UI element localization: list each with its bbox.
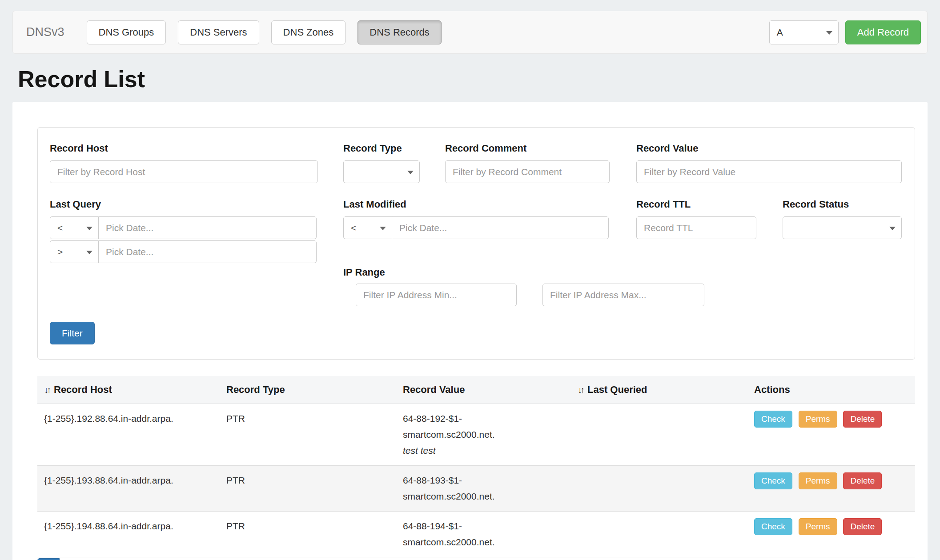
perms-button[interactable]: Perms: [799, 518, 837, 535]
sort-icon[interactable]: ↓↑: [44, 385, 49, 395]
cell-record-type: PTR: [220, 404, 396, 466]
ip-range-label-group: IP Range: [343, 267, 385, 284]
perms-button[interactable]: Perms: [799, 472, 837, 489]
delete-button[interactable]: Delete: [843, 411, 882, 428]
operator-value: >: [57, 247, 63, 257]
last-query-operator-select-greater[interactable]: >: [50, 240, 99, 263]
record-ttl-input[interactable]: [636, 216, 756, 239]
header-record-value: Record Value: [396, 376, 571, 404]
caret-down-icon: [407, 171, 414, 174]
cell-actions: Check Perms Delete: [747, 466, 915, 512]
cell-record-type: PTR: [220, 466, 396, 512]
header-record-value-label: Record Value: [403, 384, 465, 395]
caret-down-icon: [826, 31, 832, 35]
brand: DNSv3: [26, 25, 64, 39]
record-type-select-value: A: [777, 27, 783, 38]
navbar: DNSv3 DNS Groups DNS Servers DNS Zones D…: [12, 11, 928, 54]
caret-down-icon: [86, 251, 92, 254]
last-modified-date-input[interactable]: [392, 216, 609, 239]
check-button[interactable]: Check: [754, 472, 792, 489]
caret-down-icon: [380, 227, 386, 230]
record-host-label: Record Host: [50, 143, 318, 154]
last-modified-operator-select[interactable]: <: [343, 216, 392, 239]
record-host-value: {1-255}.194.88.64.in-addr.arpa.: [44, 521, 173, 531]
filter-group-record-type: Record Type: [343, 143, 420, 183]
page-title: Record List: [18, 66, 928, 92]
perms-button[interactable]: Perms: [799, 411, 837, 428]
record-value-label: Record Value: [636, 143, 902, 154]
record-type-value: PTR: [226, 475, 245, 485]
record-type-label: Record Type: [343, 143, 420, 154]
record-status-select[interactable]: [783, 216, 902, 239]
header-actions: Actions: [747, 376, 915, 404]
cell-record-type: PTR: [220, 512, 396, 557]
nav-dns-groups[interactable]: DNS Groups: [87, 20, 166, 44]
header-actions-label: Actions: [754, 384, 790, 395]
record-type-select[interactable]: A: [769, 20, 839, 44]
table-header-row: ↓↑Record Host Record Type Record Value ↓…: [37, 376, 915, 404]
cell-record-host: {1-255}.194.88.64.in-addr.arpa.: [37, 512, 220, 557]
header-record-host-label: Record Host: [54, 384, 112, 395]
table-row: {1-255}.192.88.64.in-addr.arpa. PTR 64-8…: [37, 404, 915, 466]
content-card: Record Host Record Type Record Comment R…: [12, 102, 928, 560]
nav-dns-zones[interactable]: DNS Zones: [271, 20, 346, 44]
record-comment-label: Record Comment: [445, 143, 610, 154]
table-row: {1-255}.193.88.64.in-addr.arpa. PTR 64-8…: [37, 466, 915, 512]
record-value-text: 64-88-193-$1-smartcom.sc2000.net.: [403, 472, 519, 504]
nav-dns-records[interactable]: DNS Records: [358, 20, 441, 44]
sort-icon[interactable]: ↓↑: [578, 385, 583, 395]
filter-group-record-ttl: Record TTL: [636, 199, 756, 239]
filter-group-record-value: Record Value: [636, 143, 902, 183]
ip-range-label: IP Range: [343, 267, 385, 278]
filter-group-last-query: Last Query < >: [50, 199, 317, 263]
header-record-type-label: Record Type: [226, 384, 285, 395]
record-host-input[interactable]: [50, 160, 318, 183]
record-value-text: 64-88-194-$1-smartcom.sc2000.net.: [403, 518, 519, 550]
caret-down-icon: [86, 227, 92, 230]
nav-dns-servers[interactable]: DNS Servers: [178, 20, 259, 44]
last-query-label: Last Query: [50, 199, 317, 210]
ip-address-max-input[interactable]: [542, 284, 704, 306]
record-comment-input[interactable]: [445, 160, 610, 183]
record-ttl-label: Record TTL: [636, 199, 756, 210]
header-record-host[interactable]: ↓↑Record Host: [37, 376, 220, 404]
pagination-cut[interactable]: [37, 558, 60, 560]
header-last-queried-label: Last Queried: [587, 384, 647, 395]
record-value-text: 64-88-192-$1-smartcom.sc2000.net.: [403, 411, 519, 443]
operator-value: <: [351, 223, 356, 233]
caret-down-icon: [889, 227, 896, 230]
last-query-before-group: <: [50, 216, 317, 239]
record-host-value: {1-255}.193.88.64.in-addr.arpa.: [44, 475, 173, 485]
cell-record-host: {1-255}.192.88.64.in-addr.arpa.: [37, 404, 220, 466]
cell-record-host: {1-255}.193.88.64.in-addr.arpa.: [37, 466, 220, 512]
last-query-after-group: >: [50, 240, 317, 263]
record-type-filter-select[interactable]: [343, 160, 420, 183]
last-query-operator-select-less[interactable]: <: [50, 216, 99, 239]
delete-button[interactable]: Delete: [843, 518, 882, 535]
check-button[interactable]: Check: [754, 411, 792, 428]
cell-record-value: 64-88-194-$1-smartcom.sc2000.net.: [396, 512, 571, 557]
operator-value: <: [57, 223, 63, 233]
record-value-input[interactable]: [636, 160, 902, 183]
add-record-button[interactable]: Add Record: [845, 20, 921, 44]
cell-actions: Check Perms Delete: [747, 404, 915, 466]
cell-record-value: 64-88-192-$1-smartcom.sc2000.net. test t…: [396, 404, 571, 466]
last-modified-label: Last Modified: [343, 199, 609, 210]
header-last-queried[interactable]: ↓↑Last Queried: [571, 376, 747, 404]
delete-button[interactable]: Delete: [843, 472, 882, 489]
cell-last-queried: [571, 512, 747, 557]
last-query-after-date-input[interactable]: [98, 240, 317, 263]
filter-group-last-modified: Last Modified <: [343, 199, 609, 239]
ip-address-min-input[interactable]: [356, 284, 517, 306]
filter-button[interactable]: Filter: [50, 322, 95, 344]
filter-panel: Record Host Record Type Record Comment R…: [37, 127, 915, 360]
record-comment-text: test test: [403, 443, 564, 459]
filter-group-record-host: Record Host: [50, 143, 318, 183]
filter-group-record-comment: Record Comment: [445, 143, 610, 183]
record-type-value: PTR: [226, 521, 245, 531]
cell-actions: Check Perms Delete: [747, 512, 915, 557]
records-table: ↓↑Record Host Record Type Record Value ↓…: [37, 376, 915, 557]
record-status-label: Record Status: [783, 199, 902, 210]
check-button[interactable]: Check: [754, 518, 792, 535]
last-query-before-date-input[interactable]: [98, 216, 317, 239]
